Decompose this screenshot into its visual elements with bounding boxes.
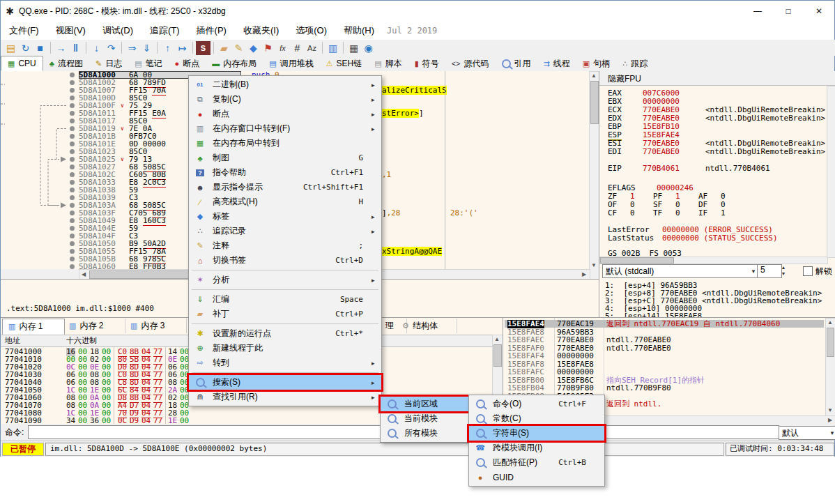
breakpoint-dot[interactable] (70, 264, 75, 269)
fx-icon[interactable]: fx (275, 41, 290, 55)
breakpoint-dot[interactable] (70, 111, 75, 116)
breakpoint-dot[interactable] (70, 103, 75, 108)
tab-graph[interactable]: ♣流程图 (43, 56, 89, 71)
context-menu-item[interactable]: ♣制图G (189, 151, 381, 165)
open-file-icon[interactable]: ▤ (3, 41, 18, 55)
breakpoint-dot[interactable] (70, 165, 75, 169)
tab-seh-chain[interactable]: ⚠SEH链 (320, 56, 369, 71)
breakpoint-dot[interactable] (70, 257, 75, 261)
breakpoint-dot[interactable] (70, 203, 75, 208)
run-to-user-code-icon[interactable]: ⇒ (125, 41, 139, 55)
context-menu-item[interactable]: ⇨转到▸ (189, 356, 381, 370)
breakpoint-dot[interactable] (70, 149, 75, 154)
breakpoint-dot[interactable] (70, 218, 75, 223)
menubar-item[interactable]: 追踪(T) (141, 22, 188, 40)
tab-log[interactable]: ✎日志 (89, 56, 128, 71)
restart-icon[interactable]: ↻ (18, 41, 33, 55)
hide-fpu-button[interactable]: 隐藏FPU (608, 73, 641, 85)
menubar-item[interactable]: 插件(P) (188, 22, 235, 40)
context-menu-item[interactable]: ?指令帮助Ctrl+F1 (189, 165, 381, 180)
breakpoint-dot[interactable] (70, 119, 75, 123)
stack-row[interactable]: 15E8FAFC00000000 (503, 368, 824, 376)
search-type-submenu-item[interactable]: 字符串(S) (469, 426, 604, 441)
tab-call-stack[interactable]: ▤调用堆栈 (263, 56, 319, 71)
argument-count-spinner[interactable]: 5 (757, 264, 782, 278)
modules-icon[interactable]: ▥ (325, 41, 340, 55)
stack-row[interactable]: 15E8FAE4770EAC19返回到 ntdll.770EAC19 自 ntd… (503, 320, 824, 328)
stack-vscrollbar[interactable]: ▲ ▼ (825, 318, 835, 417)
tab-cpu[interactable]: ▦CPU (1, 56, 43, 71)
tab-trace[interactable]: ∴跟踪 (616, 56, 654, 71)
context-menu-item[interactable]: ∕高亮模式(H)H (189, 194, 381, 209)
tab-threads[interactable]: ⇉线程 (537, 56, 576, 71)
breakpoint-dot[interactable] (70, 249, 75, 254)
breakpoint-dot[interactable] (70, 72, 75, 77)
breakpoint-dot[interactable] (70, 134, 75, 139)
breakpoint-dot[interactable] (70, 226, 75, 231)
context-menu-item[interactable]: ●断点▸ (189, 107, 381, 121)
breakpoint-dot[interactable] (70, 195, 75, 200)
breakpoint-dot[interactable] (70, 88, 75, 93)
command-profile-dropdown[interactable]: 默认▼ (779, 426, 835, 440)
context-menu-item[interactable]: ▰补丁Ctrl+P (189, 307, 381, 321)
az-icon[interactable]: Az (305, 41, 319, 55)
stack-row[interactable]: 15E8FAF400000000 (503, 352, 824, 360)
tab-handles[interactable]: ▣句柄 (576, 56, 616, 71)
unlock-checkbox[interactable] (803, 266, 813, 276)
stack-row[interactable]: 15E8FAE896A59BB3 (503, 328, 824, 336)
globe-icon[interactable]: ◉ (361, 41, 376, 55)
breakpoint-dot[interactable] (70, 211, 75, 215)
step-into-icon[interactable]: ↓ (89, 41, 104, 55)
register-value[interactable]: 770EABE0 (643, 148, 680, 156)
pause-icon[interactable]: ‖ (68, 41, 83, 55)
context-menu-item[interactable]: ✱设置新的运行点Ctrl+* (189, 326, 381, 341)
context-menu-item[interactable]: ⋒查找引用(R)▸ (189, 390, 381, 404)
dump-tab-2[interactable]: ▥内存 2 (63, 319, 125, 333)
dump-tab-struct[interactable]: ⚙ 结构体 (397, 319, 457, 333)
context-menu-item[interactable]: ✎注释; (189, 238, 381, 253)
search-type-submenu-item[interactable]: ●GUID (469, 470, 604, 484)
breakpoint-dot[interactable] (70, 157, 75, 162)
menubar-item[interactable]: 帮助(H) (335, 22, 383, 40)
maximize-button[interactable]: □ (773, 1, 804, 22)
context-menu-item[interactable]: 01二进制(B)▸ (189, 77, 381, 92)
context-menu-item[interactable]: ⌂切换书签Ctrl+D (189, 253, 381, 268)
hash-icon[interactable]: # (290, 41, 305, 55)
context-menu-item[interactable]: ▦在内存布局中转到 (189, 136, 381, 151)
registers-vscrollbar[interactable] (827, 86, 835, 258)
menubar-item[interactable]: 文件(F) (1, 22, 47, 40)
context-menu-item[interactable]: ☻显示指令提示Ctrl+Shift+F1 (189, 180, 381, 194)
run-icon[interactable]: → (54, 41, 68, 55)
source-mode-icon[interactable]: S (196, 41, 210, 55)
context-menu-item[interactable]: ▥在内存窗口中转到(F)▸ (189, 121, 381, 136)
breakpoint-dot[interactable] (70, 126, 75, 131)
comment-icon[interactable]: ✎ (231, 41, 246, 55)
execute-till-return-icon[interactable]: ⇓ (139, 41, 154, 55)
tab-source[interactable]: <>源代码 (445, 56, 496, 71)
tab-notes[interactable]: ▤笔记 (128, 56, 168, 71)
menubar-item[interactable]: 调试(D) (94, 22, 141, 40)
context-menu-item[interactable]: ⧉复制(C)▸ (189, 92, 381, 107)
breakpoint-dot[interactable] (70, 96, 75, 100)
registers-hscrollbar[interactable] (599, 257, 828, 264)
tab-breakpoints[interactable]: ●断点 (169, 56, 206, 71)
context-menu-item[interactable]: ◆标签▸ (189, 209, 381, 224)
stop-icon[interactable]: ■ (33, 41, 47, 55)
breakpoint-dot[interactable] (70, 80, 75, 85)
stack-row[interactable]: 15E8FB04770B9F80ntdll.770B9F80 (503, 384, 824, 392)
flag-value[interactable]: 0 (630, 209, 635, 217)
calling-convention-dropdown[interactable]: 默认 (stdcall)▼ (602, 264, 760, 278)
stack-row[interactable]: 15E8FAEC770EABE0ntdll.770EABE0 (503, 336, 824, 344)
breakpoint-dot[interactable] (70, 142, 75, 146)
step-over-icon[interactable]: ↷ (104, 41, 118, 55)
breakpoint-dot[interactable] (70, 241, 75, 246)
stack-row[interactable]: 15E8FAF0770EABE0ntdll.770EABE0 (503, 344, 824, 352)
close-button[interactable]: ✕ (804, 1, 834, 22)
register-value[interactable]: 770B4061 (643, 165, 680, 173)
tab-memory-map[interactable]: ▬内存布局 (206, 56, 263, 71)
menubar-item[interactable]: 收藏夹(I) (235, 22, 287, 40)
spinner-buttons[interactable]: ▲▼ (779, 264, 788, 277)
context-menu-item[interactable]: 搜索(S)▸ (189, 375, 381, 390)
stack-row[interactable]: 15E8FB0015E8FB6C指向SEH_Record[1]的指针 (503, 376, 824, 384)
run-trace-icon[interactable]: ↦ (175, 41, 190, 55)
